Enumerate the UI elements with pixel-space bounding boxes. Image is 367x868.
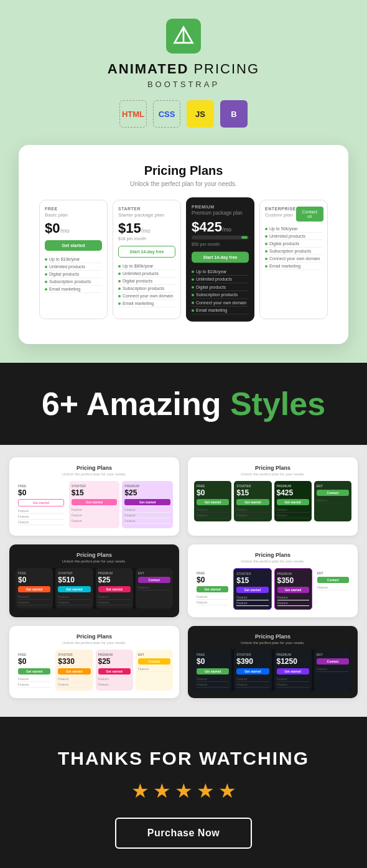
- premium-cta-button[interactable]: Start 14-day free: [192, 252, 249, 263]
- mini-btn[interactable]: Contact: [317, 577, 349, 583]
- toggle-bar: [192, 236, 249, 240]
- mini-btn[interactable]: Get started: [58, 668, 90, 674]
- gallery-card-1-title: Pricing Plans: [16, 465, 173, 471]
- mini-plan: STARTER $330 Get started Feature Feature: [55, 650, 93, 690]
- mini-btn[interactable]: Get started: [18, 499, 64, 506]
- mini-btn[interactable]: Get started: [236, 499, 269, 505]
- logo-icon: [166, 19, 201, 54]
- gallery-card-3: Pricing Plans Unlock the perfect plan fo…: [9, 544, 179, 617]
- css3-badge: CSS: [153, 100, 180, 128]
- mini-plan: STARTER $510 Get started Feature Feature: [55, 568, 93, 609]
- plan-free: FREE Basic plan $0/mo Get started Up to …: [39, 200, 108, 319]
- gallery-card-3-title: Pricing Plans: [16, 552, 173, 558]
- mini-plan: STARTER $15 Get started Feature Feature: [233, 568, 271, 610]
- preview-subtitle: Unlock the perfect plan for your needs.: [31, 180, 336, 187]
- gallery-card-4-title: Pricing Plans: [194, 552, 351, 558]
- thanks-section: THANKS FOR WATCHING ★ ★ ★ ★ ★ Purchase N…: [0, 717, 367, 868]
- mini-plan: FREE $0 Get started Feature Feature Feat…: [16, 481, 67, 528]
- gallery-card-2-subtitle: Unlock the perfect plan for your needs.: [194, 472, 351, 476]
- star-4: ★: [197, 779, 215, 803]
- mini-plan: FREE $0 Get started Feature Feature: [16, 568, 53, 609]
- mini-btn[interactable]: Contact: [317, 658, 349, 665]
- mini-btn[interactable]: Get started: [277, 587, 309, 593]
- mini-plan: ENT Contact Feature: [315, 568, 351, 610]
- mini-plan: ENT Contact Feature: [136, 650, 173, 690]
- gallery-card-3-subtitle: Unlock the perfect plan for your needs.: [16, 559, 173, 563]
- mini-plan: PREMIUM $25 Get started Feature Feature: [96, 650, 133, 690]
- gallery-card-4-subtitle: Unlock the perfect plan for your needs.: [194, 559, 351, 563]
- gallery-card-6-subtitle: Unlock the perfect plan for your needs.: [194, 641, 351, 645]
- mini-btn[interactable]: Get started: [18, 668, 50, 674]
- star-5: ★: [218, 779, 236, 803]
- gallery-card-1-subtitle: Unlock the perfect plan for your needs.: [16, 472, 173, 476]
- mini-plan: STARTER $390 Get started Feature Feature: [234, 650, 271, 690]
- mini-plan: PREMIUM $1250 Get started Feature Featur…: [274, 650, 312, 690]
- star-rating: ★ ★ ★ ★ ★: [12, 779, 355, 803]
- mini-plan: PREMIUM $425 Get started Feature Feature: [274, 481, 312, 521]
- styles-heading: 6+ Amazing Styles: [12, 388, 355, 420]
- mini-plan: PREMIUM $25 Get started Feature Feature: [96, 568, 133, 609]
- gallery-card-6-title: Pricing Plans: [194, 633, 351, 640]
- mini-plan: ENT Contact Feature: [314, 481, 351, 521]
- js-badge: JS: [187, 100, 214, 128]
- gallery-card-6: Pricing Plans Unlock the perfect plan fo…: [188, 626, 358, 698]
- mini-btn[interactable]: Get started: [197, 586, 228, 592]
- plan-enterprise: ENTERPRISE Custom plan Contact us Up to …: [259, 200, 328, 319]
- gallery-card-5-title: Pricing Plans: [16, 633, 173, 640]
- gallery-card-2: Pricing Plans Unlock the perfect plan fo…: [188, 457, 358, 536]
- enterprise-cta-button[interactable]: Contact us: [296, 207, 323, 222]
- mini-pricing-5: FREE $0 Get started Feature Feature STAR…: [16, 650, 173, 690]
- mini-btn[interactable]: Get started: [58, 586, 90, 592]
- mini-pricing-2: FREE $0 Get started Feature Feature STAR…: [194, 481, 351, 521]
- styles-section: 6+ Amazing Styles: [0, 363, 367, 445]
- mini-pricing-3: FREE $0 Get started Feature Feature STAR…: [16, 568, 173, 609]
- mini-btn[interactable]: Get started: [98, 586, 131, 592]
- starter-cta-button[interactable]: Start 14-day free: [118, 246, 175, 258]
- bootstrap-badge: B: [220, 100, 248, 128]
- mini-btn[interactable]: Get started: [277, 668, 309, 674]
- mini-btn[interactable]: Get started: [277, 499, 309, 505]
- mini-btn[interactable]: Get started: [236, 668, 269, 674]
- mini-plan: FREE $0 Get started Feature Feature: [194, 650, 231, 690]
- star-2: ★: [153, 779, 171, 803]
- mini-btn[interactable]: Get started: [72, 499, 118, 505]
- hero-section: ANIMATED PRICING BOOTSTRAP HTML CSS JS B…: [0, 0, 367, 363]
- star-1: ★: [131, 779, 149, 803]
- free-cta-button[interactable]: Get started: [45, 240, 102, 251]
- pricing-grid: FREE Basic plan $0/mo Get started Up to …: [31, 200, 336, 319]
- mini-plan: STARTER $15 Get started Feature Feature …: [69, 481, 120, 528]
- hero-subtitle: BOOTSTRAP: [147, 80, 220, 89]
- mini-btn[interactable]: Contact: [138, 658, 170, 665]
- star-3: ★: [175, 779, 193, 803]
- purchase-now-button[interactable]: Purchase Now: [115, 818, 252, 849]
- mini-btn[interactable]: Contact: [138, 577, 170, 583]
- mini-plan: STARTER $15 Get started Feature Feature: [234, 481, 271, 521]
- mini-plan: ENT Contact Feature: [314, 650, 351, 690]
- hero-title: ANIMATED PRICING: [108, 61, 259, 77]
- mini-btn[interactable]: Get started: [18, 586, 50, 592]
- thanks-title: THANKS FOR WATCHING: [12, 748, 355, 769]
- mini-pricing-6: FREE $0 Get started Feature Feature STAR…: [194, 650, 351, 690]
- mini-pricing-1: FREE $0 Get started Feature Feature Feat…: [16, 481, 173, 528]
- plan-premium: PREMIUM Premium package plan $425/mo $50…: [186, 197, 254, 322]
- mini-plan: FREE $0 Get started Feature Feature: [194, 481, 231, 521]
- preview-card: Pricing Plans Unlock the perfect plan fo…: [19, 145, 348, 344]
- mini-btn[interactable]: Get started: [197, 668, 229, 674]
- mini-btn[interactable]: Get started: [236, 587, 268, 593]
- gallery-card-5-subtitle: Unlock the perfect plan for your needs.: [16, 641, 173, 645]
- gallery-card-2-title: Pricing Plans: [194, 465, 351, 471]
- mini-btn[interactable]: Contact: [317, 490, 349, 496]
- mini-btn[interactable]: Get started: [124, 499, 170, 505]
- mini-plan: ENT Contact Feature: [136, 568, 173, 609]
- mini-btn[interactable]: Get started: [197, 499, 229, 505]
- mini-plan: PREMIUM $350 Get started Feature Feature: [274, 568, 312, 610]
- html5-badge: HTML: [119, 100, 147, 128]
- plan-starter: STARTER Starter package plan $15/mo $18 …: [113, 200, 181, 319]
- mini-plan: FREE $0 Get started Feature Feature: [16, 650, 53, 690]
- gallery-card-5: Pricing Plans Unlock the perfect plan fo…: [9, 626, 179, 698]
- mini-plan: PREMIUM $25 Get started Feature Feature …: [122, 481, 173, 528]
- mini-btn[interactable]: Get started: [98, 668, 131, 674]
- gallery-section: Pricing Plans Unlock the perfect plan fo…: [0, 445, 367, 717]
- mini-plan: FREE $0 Get started Feature Feature: [194, 568, 231, 610]
- mini-pricing-4: FREE $0 Get started Feature Feature STAR…: [194, 568, 351, 610]
